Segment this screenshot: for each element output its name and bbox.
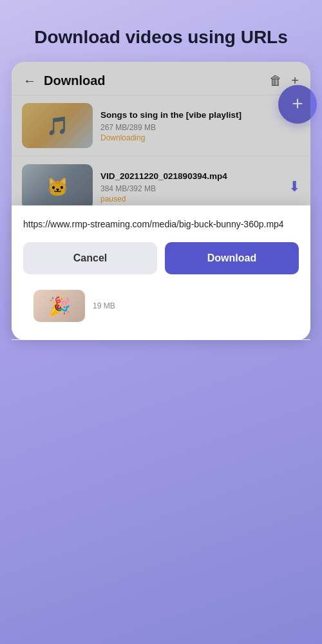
list-item[interactable]: 🎉 19 MB: [23, 283, 299, 328]
item-info: 19 MB: [93, 301, 289, 310]
dialog-buttons: Cancel Download: [23, 242, 299, 274]
download-button[interactable]: Download: [165, 242, 299, 274]
thumb-image: 🎉: [33, 290, 85, 322]
cancel-button[interactable]: Cancel: [23, 242, 157, 274]
url-input[interactable]: [23, 218, 299, 231]
hero-title: Download videos using URLs: [0, 0, 322, 62]
url-dialog: Cancel Download 🎉 19 MB: [12, 205, 310, 341]
download-card: ← Download 🗑 + + 🎵 Songs to sing in the …: [12, 62, 310, 340]
thumbnail: 🎉: [33, 290, 85, 322]
hero-section: Download videos using URLs: [0, 0, 322, 62]
item-size: 19 MB: [93, 301, 289, 310]
